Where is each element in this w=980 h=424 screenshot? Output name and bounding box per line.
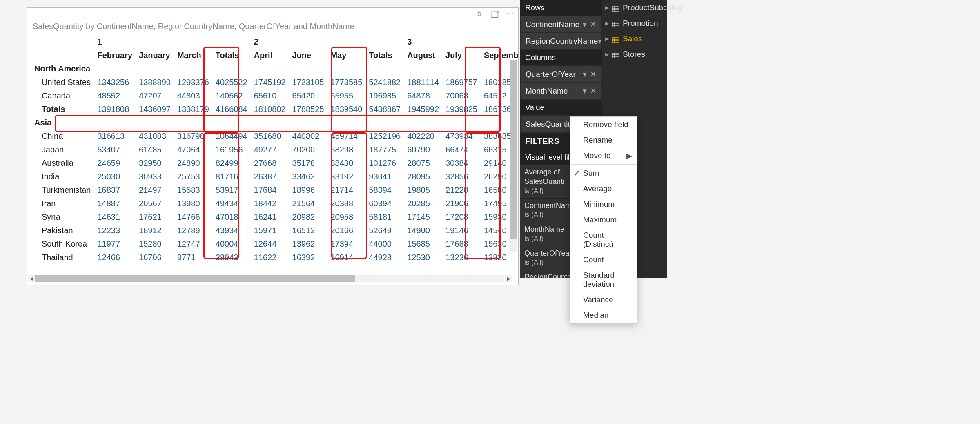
matrix-cell[interactable]: 27668	[251, 156, 289, 170]
matrix-cell[interactable]: 17621	[136, 210, 174, 224]
matrix-cell[interactable]: 431083	[136, 129, 174, 143]
matrix-cell[interactable]: 33462	[289, 170, 327, 183]
row-header[interactable]: China	[33, 129, 94, 143]
matrix-cell[interactable]: 17684	[251, 183, 289, 197]
month-header[interactable]: June	[289, 49, 327, 62]
matrix-cell[interactable]: 140562	[212, 89, 251, 103]
vertical-scroll-thumb[interactable]	[510, 60, 517, 239]
menu-aggregation-option[interactable]: Count (Distinct)	[570, 228, 637, 252]
matrix-cell[interactable]: 53407	[94, 143, 136, 156]
matrix-cell[interactable]: 28075	[404, 156, 442, 170]
row-header[interactable]: Turkmenistan	[33, 183, 94, 197]
matrix-cell[interactable]: 12530	[404, 251, 442, 264]
menu-rename[interactable]: Rename	[570, 132, 637, 148]
matrix-cell[interactable]: 9771	[174, 251, 212, 264]
matrix-cell[interactable]: 20285	[404, 197, 442, 210]
matrix-cell[interactable]: 20388	[327, 197, 365, 210]
menu-aggregation-option[interactable]: Minimum	[570, 196, 637, 212]
fields-table-row[interactable]: ▶Sales	[602, 31, 667, 47]
chevron-down-icon[interactable]: ▾	[583, 69, 587, 79]
matrix-cell[interactable]: 1881114	[404, 76, 442, 89]
menu-aggregation-option[interactable]: Median	[570, 308, 637, 323]
month-header[interactable]: Totals	[365, 49, 404, 62]
matrix-cell[interactable]: 70200	[289, 143, 327, 156]
matrix-cell[interactable]: 25753	[174, 170, 212, 183]
matrix-cell[interactable]: 11977	[94, 237, 136, 251]
matrix-cell[interactable]: 66474	[442, 143, 481, 156]
matrix-cell[interactable]: 82499	[212, 156, 251, 170]
chevron-down-icon[interactable]: ▾	[583, 20, 587, 29]
matrix-cell[interactable]: 402220	[404, 129, 442, 143]
matrix-cell[interactable]: 38430	[327, 156, 365, 170]
matrix-cell[interactable]: 473934	[442, 129, 481, 143]
matrix-cell[interactable]: 5438867	[365, 103, 404, 116]
matrix-cell[interactable]: 26387	[251, 170, 289, 183]
matrix-cell[interactable]: 196985	[365, 89, 404, 103]
matrix-cell[interactable]: 1945992	[404, 103, 442, 116]
matrix-cell[interactable]: 58394	[365, 183, 404, 197]
matrix-cell[interactable]: 13236	[442, 251, 481, 264]
matrix-cell[interactable]: 459714	[327, 129, 365, 143]
matrix-cell[interactable]: 1064494	[212, 129, 251, 143]
matrix-cell[interactable]: 30933	[136, 170, 174, 183]
matrix-cell[interactable]: 13980	[174, 197, 212, 210]
matrix-cell[interactable]: 1839540	[327, 103, 365, 116]
matrix-cell[interactable]: 65420	[289, 89, 327, 103]
row-header[interactable]: Japan	[33, 143, 94, 156]
fields-table-row[interactable]: ▶Promotion	[602, 16, 667, 31]
quarter-header[interactable]: 3	[404, 35, 518, 49]
matrix-cell[interactable]: 35178	[289, 156, 327, 170]
matrix-cell[interactable]: 44928	[365, 251, 404, 264]
matrix-cell[interactable]: 1343256	[94, 76, 136, 89]
chevron-down-icon[interactable]: ▾	[583, 86, 587, 96]
group-header[interactable]: Asia	[33, 116, 518, 129]
row-header[interactable]: United States	[33, 76, 94, 89]
remove-field-icon[interactable]: ✕	[590, 69, 597, 79]
scroll-left-icon[interactable]: ◄	[28, 275, 35, 282]
matrix-cell[interactable]: 15583	[174, 183, 212, 197]
matrix-cell[interactable]: 47018	[212, 210, 251, 224]
quarter-header[interactable]: 1	[94, 35, 250, 49]
matrix-cell[interactable]: 1723105	[289, 76, 327, 89]
matrix-cell[interactable]: 316798	[174, 129, 212, 143]
columns-field[interactable]: QuarterOfYear▾✕	[521, 66, 601, 82]
matrix-cell[interactable]: 1773585	[327, 76, 365, 89]
rows-field[interactable]: ContinentName▾✕	[521, 16, 601, 32]
matrix-cell[interactable]: 17394	[327, 237, 365, 251]
matrix-visual[interactable]: 123FebruaryJanuaryMarchTotalsAprilJuneMa…	[27, 35, 518, 264]
field-context-menu[interactable]: Remove field Rename Move to▶ ✓SumAverage…	[570, 116, 637, 324]
row-header[interactable]: Australia	[33, 156, 94, 170]
matrix-cell[interactable]: 47207	[136, 89, 174, 103]
menu-move-to[interactable]: Move to▶	[570, 148, 637, 163]
matrix-cell[interactable]: 21228	[442, 183, 481, 197]
matrix-cell[interactable]: 12233	[94, 224, 136, 237]
remove-field-icon[interactable]: ✕	[590, 86, 597, 96]
row-header[interactable]: Pakistan	[33, 224, 94, 237]
matrix-cell[interactable]: 17208	[442, 210, 481, 224]
matrix-cell[interactable]: 1869757	[442, 76, 481, 89]
matrix-cell[interactable]: 32856	[442, 170, 481, 183]
matrix-cell[interactable]: 44000	[365, 237, 404, 251]
matrix-cell[interactable]: 1293376	[174, 76, 212, 89]
month-header[interactable]: January	[136, 49, 174, 62]
matrix-cell[interactable]: 15971	[251, 224, 289, 237]
matrix-cell[interactable]: 14631	[94, 210, 136, 224]
month-header[interactable]: February	[94, 49, 136, 62]
matrix-cell[interactable]: 38943	[212, 251, 251, 264]
matrix-cell[interactable]: 1338179	[174, 103, 212, 116]
matrix-cell[interactable]: 21564	[289, 197, 327, 210]
matrix-cell[interactable]: 20567	[136, 197, 174, 210]
group-header[interactable]: North America	[33, 62, 518, 76]
matrix-cell[interactable]: 32950	[136, 156, 174, 170]
matrix-cell[interactable]: 40004	[212, 237, 251, 251]
matrix-cell[interactable]: 18912	[136, 224, 174, 237]
matrix-cell[interactable]: 13962	[289, 237, 327, 251]
matrix-cell[interactable]: 5241882	[365, 76, 404, 89]
row-header[interactable]: Iran	[33, 197, 94, 210]
matrix-cell[interactable]: 25030	[94, 170, 136, 183]
row-header[interactable]: India	[33, 170, 94, 183]
matrix-cell[interactable]: 1391808	[94, 103, 136, 116]
focus-mode-icon[interactable]	[491, 10, 499, 20]
menu-aggregation-option[interactable]: Variance	[570, 292, 637, 308]
matrix-cell[interactable]: 14887	[94, 197, 136, 210]
